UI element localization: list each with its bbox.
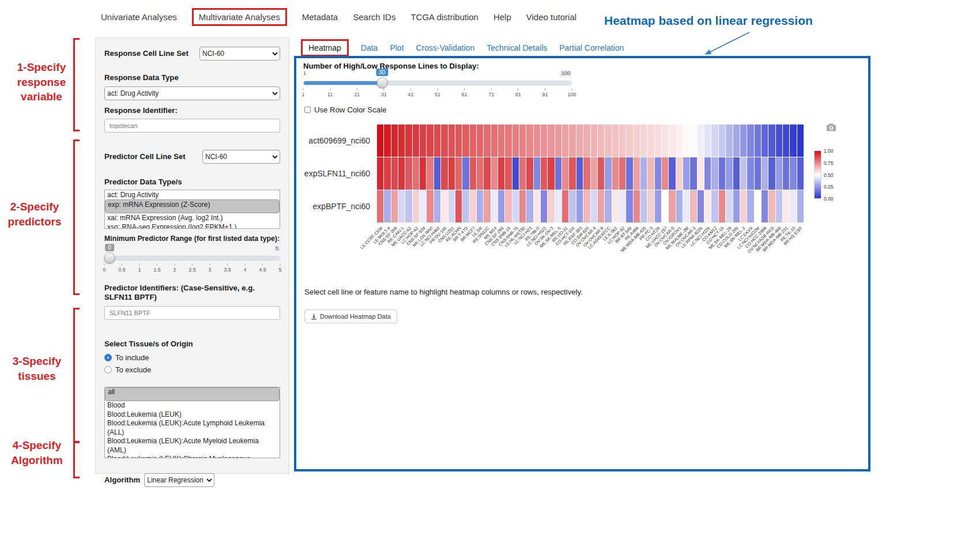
heatmap-cell xyxy=(470,157,476,190)
download-heatmap-button[interactable]: Download Heatmap Data xyxy=(304,310,397,323)
heatmap-cell xyxy=(448,190,455,222)
heatmap-cell xyxy=(562,190,568,222)
heatmap-cell xyxy=(413,124,419,157)
checkbox-icon[interactable] xyxy=(304,107,311,113)
heatmap-cell xyxy=(462,124,469,157)
heatmap-cell xyxy=(391,124,398,157)
slider-handle[interactable] xyxy=(104,252,115,263)
annotation-bracket-icon xyxy=(73,38,80,131)
heatmap-cell xyxy=(534,157,540,190)
tab-heatmap[interactable]: Heatmap xyxy=(301,39,349,56)
heatmap-cell xyxy=(576,190,583,222)
heatmap-cell xyxy=(441,124,447,157)
tab-plot[interactable]: Plot xyxy=(390,43,404,52)
response-identifier-input[interactable] xyxy=(104,119,280,133)
predictor-data-type-list[interactable]: act: Drug Activityexp: mRNA Expression (… xyxy=(104,190,280,229)
nav-item-help[interactable]: Help xyxy=(493,12,511,22)
radio-to-include[interactable]: To include xyxy=(104,353,280,362)
radio-to-exclude[interactable]: To exclude xyxy=(104,365,280,374)
predictor-data-type-option[interactable]: xsq: RNA-seq Expression (log2 FPKM+1.) xyxy=(105,222,280,229)
predictor-identifiers-input[interactable] xyxy=(104,306,280,320)
heatmap-cell xyxy=(591,157,597,190)
row-color-scale-label: Use Row Color Scale xyxy=(314,105,386,114)
slider-track[interactable] xyxy=(104,256,280,261)
heatmap-cell xyxy=(526,124,533,157)
heatmap-row-label[interactable]: expBPTF_nci60 xyxy=(296,190,374,222)
heatmap-cell xyxy=(491,157,497,190)
heatmap-cell xyxy=(690,190,696,222)
slider-handle[interactable] xyxy=(376,77,387,88)
algorithm-select[interactable]: Linear Regression xyxy=(144,473,214,487)
row-color-scale-toggle[interactable]: Use Row Color Scale xyxy=(304,105,386,114)
min-predictor-range-label: Minimum Predictor Range (for first liste… xyxy=(104,235,280,243)
lines-slider[interactable]: 1100301112131415161718191100 xyxy=(303,70,572,104)
tissue-option[interactable]: Blood xyxy=(105,401,280,410)
radio-icon[interactable] xyxy=(104,354,112,361)
heatmap-cell xyxy=(634,157,640,190)
legend-tick-labels: 1.000.750.500.250.00 xyxy=(824,148,834,202)
annotation-bracket-icon xyxy=(73,308,80,443)
heatmap-cell xyxy=(555,157,561,190)
heatmap-cell xyxy=(441,190,447,222)
heatmap-cell xyxy=(448,157,455,190)
heatmap-cell xyxy=(405,157,412,190)
tab-data[interactable]: Data xyxy=(361,43,378,52)
legend-tick-label: 0.25 xyxy=(824,184,834,190)
heatmap-cell xyxy=(398,124,405,157)
heatmap-cell xyxy=(462,190,469,222)
heatmap-cell xyxy=(562,124,568,157)
nav-item-search-ids[interactable]: Search IDs xyxy=(353,12,395,22)
heatmap-cell xyxy=(605,157,611,190)
heatmap-cell xyxy=(583,124,590,157)
predictor-data-type-option[interactable]: xai: mRNA Expression (Avg. log2 Int.) xyxy=(105,213,280,222)
nav-item-metadata[interactable]: Metadata xyxy=(302,12,338,22)
slider-track[interactable] xyxy=(303,81,572,85)
nav-item-univariate-analyses[interactable]: Univariate Analyses xyxy=(101,12,177,22)
heatmap-row-label[interactable]: act609699_nci60 xyxy=(296,124,374,157)
heatmap-cell xyxy=(555,124,561,157)
heatmap-cell xyxy=(776,124,782,157)
heatmap-cell xyxy=(747,157,753,190)
predictor-data-type-option[interactable]: exp: mRNA Expression (Z-Score) xyxy=(105,199,280,213)
heatmap-cell xyxy=(619,124,625,157)
camera-icon[interactable] xyxy=(826,123,837,134)
tab-partial-correlation[interactable]: Partial Correlation xyxy=(559,43,624,52)
predictor-data-type-option[interactable]: act: Drug Activity xyxy=(105,190,280,199)
heatmap-cell xyxy=(576,124,583,157)
min-predictor-range-slider[interactable]: 5000.511.522.533.544.55 xyxy=(104,246,280,279)
heatmap-cell xyxy=(612,190,619,222)
predictor-cell-line-set-select[interactable]: NCI-60 xyxy=(202,150,280,164)
heatmap-cell xyxy=(605,124,611,157)
tissue-option[interactable]: Blood:Leukemia (LEUK):Acute Myeloid Leuk… xyxy=(105,437,280,455)
heatmap-cell xyxy=(647,124,654,157)
heatmap-cell xyxy=(690,124,696,157)
radio-icon[interactable] xyxy=(104,366,112,373)
legend-tick-label: 1.00 xyxy=(824,148,834,154)
heatmap-cell xyxy=(405,190,412,222)
response-data-type-select[interactable]: act: Drug Activity xyxy=(104,86,280,100)
nav-item-tcga-distribution[interactable]: TCGA distribution xyxy=(410,12,478,22)
heatmap-cell xyxy=(690,157,696,190)
heatmap-cell xyxy=(427,190,433,222)
tissue-option[interactable]: Blood:Leukemia (LEUK):Acute Lymphoid Leu… xyxy=(105,419,280,437)
tab-cross-validation[interactable]: Cross-Validation xyxy=(416,43,475,52)
nav-item-multivariate-analyses[interactable]: Multivariate Analyses xyxy=(192,8,287,26)
heatmap-cell xyxy=(711,124,718,157)
heatmap-cell xyxy=(455,190,462,222)
heatmap-cell xyxy=(583,157,590,190)
tissue-list[interactable]: allBloodBlood:Leukemia (LEUK)Blood:Leuke… xyxy=(104,387,280,458)
tissue-option[interactable]: all xyxy=(105,387,280,401)
heatmap-cell xyxy=(398,190,405,222)
tab-technical-details[interactable]: Technical Details xyxy=(487,43,547,52)
heatmap-cell xyxy=(726,124,732,157)
tissue-option[interactable]: Blood:Leukemia (LEUK):Chronic Myelogenou… xyxy=(105,455,280,458)
heatmap-row-label[interactable]: expSLFN11_nci60 xyxy=(296,157,374,190)
response-cell-line-set-select[interactable]: NCI-60 xyxy=(199,47,280,61)
heatmap-cell xyxy=(755,190,761,222)
slider-min-label: 1 xyxy=(303,70,306,76)
heatmap-cell xyxy=(519,190,526,222)
nav-item-video-tutorial[interactable]: Video tutorial xyxy=(526,12,576,22)
tissue-origin-label: Select Tissue/s of Origin xyxy=(104,339,280,349)
tissue-option[interactable]: Blood:Leukemia (LEUK) xyxy=(105,410,280,420)
heatmap-cell xyxy=(391,157,398,190)
